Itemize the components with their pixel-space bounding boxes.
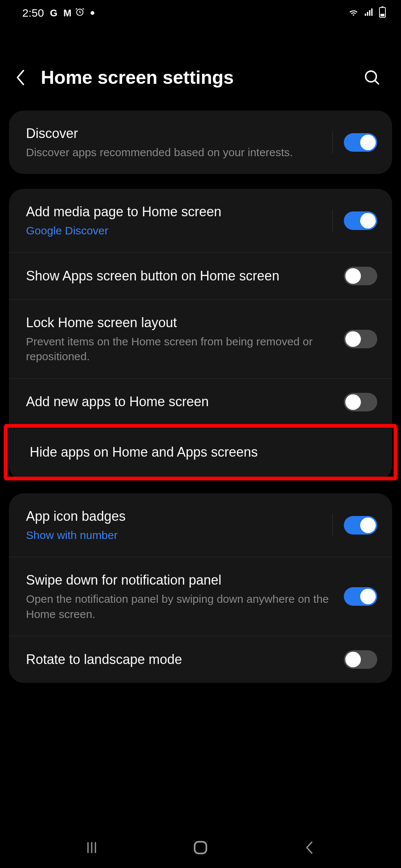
toggle-knob — [360, 517, 376, 533]
setting-row[interactable]: Lock Home screen layoutPrevent items on … — [9, 300, 392, 379]
svg-rect-2 — [367, 12, 368, 16]
setting-subtitle: Open the notification panel by swiping d… — [26, 592, 336, 622]
signal-icon — [364, 7, 374, 20]
toggle-switch[interactable] — [344, 650, 377, 669]
setting-text: Lock Home screen layoutPrevent items on … — [26, 314, 336, 364]
toggle-knob — [360, 213, 376, 228]
svg-rect-7 — [381, 14, 385, 16]
svg-rect-4 — [371, 8, 373, 16]
setting-text: DiscoverDiscover apps recommended based … — [26, 125, 325, 160]
toggle-switch[interactable] — [344, 133, 377, 152]
toggle-divider — [332, 210, 333, 232]
highlighted-setting: Hide apps on Home and Apps screens — [4, 424, 397, 481]
google-icon: G — [50, 7, 57, 19]
setting-title: Swipe down for notification panel — [26, 571, 336, 589]
toggle-switch[interactable] — [344, 393, 377, 411]
gmail-icon: M — [63, 7, 69, 19]
setting-text: App icon badgesShow with number — [26, 507, 325, 543]
toggle-switch[interactable] — [344, 330, 377, 348]
svg-rect-1 — [365, 13, 366, 16]
svg-rect-13 — [195, 842, 206, 854]
notification-dot-icon — [91, 11, 94, 15]
setting-row[interactable]: Add media page to Home screenGoogle Disc… — [9, 189, 392, 253]
setting-row[interactable]: Show Apps screen button on Home screen — [9, 253, 392, 300]
wifi-icon — [348, 6, 359, 20]
setting-text: Hide apps on Home and Apps screens — [30, 443, 374, 461]
setting-subtitle: Show with number — [26, 528, 325, 543]
toggle-switch[interactable] — [344, 516, 377, 535]
toggle-knob — [360, 589, 376, 604]
setting-text: Show Apps screen button on Home screen — [26, 267, 336, 285]
settings-group: Add media page to Home screenGoogle Disc… — [9, 189, 392, 480]
setting-text: Rotate to landscape mode — [26, 651, 336, 669]
setting-subtitle: Google Discover — [26, 223, 325, 239]
setting-title: App icon badges — [26, 507, 325, 526]
setting-title: Discover — [26, 125, 325, 143]
setting-row[interactable]: DiscoverDiscover apps recommended based … — [9, 111, 392, 174]
setting-title: Add new apps to Home screen — [26, 393, 336, 411]
setting-text: Add media page to Home screenGoogle Disc… — [26, 203, 325, 238]
svg-line-9 — [375, 80, 379, 84]
setting-row[interactable]: Hide apps on Home and Apps screens — [7, 428, 394, 477]
setting-row[interactable]: Rotate to landscape mode — [9, 636, 392, 683]
navigation-bar — [0, 827, 401, 868]
battery-icon — [379, 6, 386, 20]
setting-title: Rotate to landscape mode — [26, 651, 336, 669]
settings-content: DiscoverDiscover apps recommended based … — [0, 111, 401, 683]
toggle-switch[interactable] — [344, 587, 377, 606]
setting-row[interactable]: App icon badgesShow with number — [9, 493, 392, 557]
svg-rect-6 — [381, 6, 383, 7]
toggle-switch[interactable] — [344, 267, 377, 285]
setting-title: Lock Home screen layout — [26, 314, 336, 332]
toggle-switch[interactable] — [344, 211, 377, 230]
setting-subtitle: Discover apps recommended based on your … — [26, 145, 325, 160]
setting-text: Add new apps to Home screen — [26, 393, 336, 411]
toggle-knob — [345, 331, 361, 347]
home-button[interactable] — [191, 838, 210, 857]
nav-back-button[interactable] — [300, 838, 319, 857]
setting-subtitle: Prevent items on the Home screen from be… — [26, 334, 336, 364]
settings-group: App icon badgesShow with numberSwipe dow… — [9, 493, 392, 683]
status-time: 2:50 — [22, 7, 44, 19]
setting-row[interactable]: Add new apps to Home screen — [9, 379, 392, 426]
toggle-divider — [332, 131, 333, 154]
toggle-divider — [332, 514, 333, 536]
setting-title: Show Apps screen button on Home screen — [26, 267, 336, 285]
status-left: 2:50 G M — [22, 7, 94, 19]
setting-title: Add media page to Home screen — [26, 203, 325, 221]
setting-title: Hide apps on Home and Apps screens — [30, 443, 374, 461]
toggle-knob — [345, 268, 361, 284]
alarm-icon — [75, 7, 85, 19]
toggle-knob — [360, 135, 376, 150]
recents-button[interactable] — [82, 838, 101, 857]
setting-row[interactable]: Swipe down for notification panelOpen th… — [9, 557, 392, 636]
back-button[interactable] — [11, 68, 30, 87]
page-title: Home screen settings — [41, 67, 351, 88]
setting-text: Swipe down for notification panelOpen th… — [26, 571, 336, 622]
search-button[interactable] — [362, 67, 382, 88]
toggle-knob — [345, 394, 361, 410]
svg-rect-3 — [369, 10, 371, 16]
status-bar: 2:50 G M — [0, 0, 401, 26]
settings-group: DiscoverDiscover apps recommended based … — [9, 111, 392, 174]
header: Home screen settings — [0, 26, 401, 111]
status-right — [348, 6, 386, 20]
toggle-knob — [345, 652, 361, 667]
